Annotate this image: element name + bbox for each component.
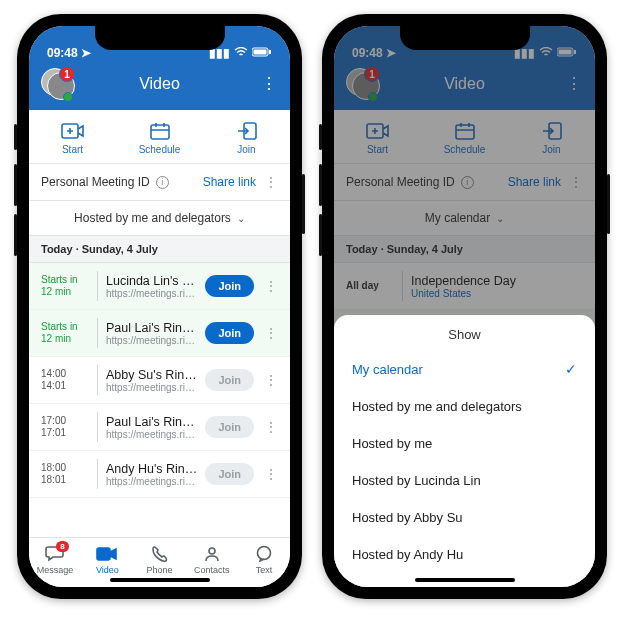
location-icon: ➤ [81, 46, 91, 60]
svg-point-12 [209, 548, 215, 554]
share-link[interactable]: Share link [203, 175, 256, 189]
row-join-button[interactable]: Join [205, 275, 254, 297]
info-icon[interactable]: i [156, 176, 169, 189]
notch [95, 26, 225, 50]
sheet-option[interactable]: Hosted by me [334, 425, 595, 462]
svg-point-13 [257, 547, 270, 560]
row-menu-button[interactable]: ⋮ [262, 278, 280, 294]
home-indicator [110, 578, 210, 582]
schedule-label: Schedule [116, 144, 203, 155]
svg-rect-11 [97, 548, 110, 560]
battery-icon [252, 46, 272, 60]
start-button[interactable]: Start [29, 110, 116, 163]
tab-phone[interactable]: Phone [133, 544, 185, 575]
schedule-button[interactable]: Schedule [116, 110, 203, 163]
join-icon [203, 120, 290, 142]
profile-avatar[interactable]: 1 [41, 68, 73, 100]
meeting-row[interactable]: Starts in12 min Paul Lai's RingCentral m… [29, 310, 290, 357]
join-button[interactable]: Join [203, 110, 290, 163]
row-menu-button[interactable]: ⋮ [262, 372, 280, 388]
svg-rect-6 [151, 125, 169, 139]
notch [400, 26, 530, 50]
meeting-row[interactable]: 18:0018:01 Andy Hu's RingCentral M…https… [29, 451, 290, 498]
text-icon [238, 544, 290, 564]
join-label: Join [203, 144, 290, 155]
header-menu-button[interactable]: ⋮ [260, 76, 278, 92]
row-join-button[interactable]: Join [205, 369, 254, 391]
svg-rect-2 [269, 50, 271, 54]
notify-badge: 1 [59, 66, 75, 82]
row-join-button[interactable]: Join [205, 322, 254, 344]
filter-sheet: Show My calendar ✓ Hosted by me and dele… [334, 315, 595, 587]
wifi-icon [234, 46, 248, 60]
action-row: Start Schedule Join [29, 110, 290, 164]
page-title: Video [139, 75, 180, 93]
meeting-row[interactable]: 17:0017:01 Paul Lai's RingCentral me…htt… [29, 404, 290, 451]
sheet-option[interactable]: Hosted by Andy Hu [334, 536, 595, 573]
video-icon [81, 544, 133, 564]
message-badge: 8 [56, 541, 68, 552]
pmi-label: Personal Meeting ID [41, 175, 150, 189]
sheet-option[interactable]: Hosted by Abby Su [334, 499, 595, 536]
meeting-list: Starts in12 min Lucinda Lin's RingCentra… [29, 263, 290, 537]
sheet-title: Show [334, 315, 595, 350]
chevron-down-icon: ⌄ [237, 213, 245, 224]
presence-dot [63, 92, 73, 102]
filter-selector[interactable]: Hosted by me and delegators ⌄ [29, 201, 290, 236]
tab-message[interactable]: 8 Message [29, 544, 81, 575]
section-today: Today · Sunday, 4 July [29, 236, 290, 263]
home-indicator [415, 578, 515, 582]
tab-contacts[interactable]: Contacts [186, 544, 238, 575]
row-menu-button[interactable]: ⋮ [262, 419, 280, 435]
contacts-icon [186, 544, 238, 564]
sheet-option[interactable]: Hosted by Lucinda Lin [334, 462, 595, 499]
sheet-option[interactable]: Hosted by me and delegators [334, 388, 595, 425]
svg-rect-1 [254, 50, 267, 55]
status-time: 09:48 [47, 46, 78, 60]
filter-label: Hosted by me and delegators [74, 211, 231, 225]
row-menu-button[interactable]: ⋮ [262, 325, 280, 341]
tab-video[interactable]: Video [81, 544, 133, 575]
pmi-menu-button[interactable]: ⋮ [264, 174, 278, 190]
phone-left: 09:48 ➤ ▮▮▮ 1 Video ⋮ [17, 14, 302, 599]
schedule-icon [116, 120, 203, 142]
check-icon: ✓ [565, 361, 577, 377]
app-header: 1 Video ⋮ [29, 62, 290, 110]
tab-text[interactable]: Text [238, 544, 290, 575]
sheet-option[interactable]: My calendar ✓ [334, 350, 595, 388]
message-icon [29, 544, 81, 564]
start-icon [29, 120, 116, 142]
meeting-row[interactable]: 14:0014:01 Abby Su's RingCentral Me…http… [29, 357, 290, 404]
row-join-button[interactable]: Join [205, 463, 254, 485]
pmi-row: Personal Meeting ID i Share link ⋮ [29, 164, 290, 201]
phone-right: 09:48 ➤ ▮▮▮ 1 Video ⋮ Start [322, 14, 607, 599]
row-menu-button[interactable]: ⋮ [262, 466, 280, 482]
phone-icon [133, 544, 185, 564]
meeting-row[interactable]: Starts in12 min Lucinda Lin's RingCentra… [29, 263, 290, 310]
start-label: Start [29, 144, 116, 155]
row-join-button[interactable]: Join [205, 416, 254, 438]
